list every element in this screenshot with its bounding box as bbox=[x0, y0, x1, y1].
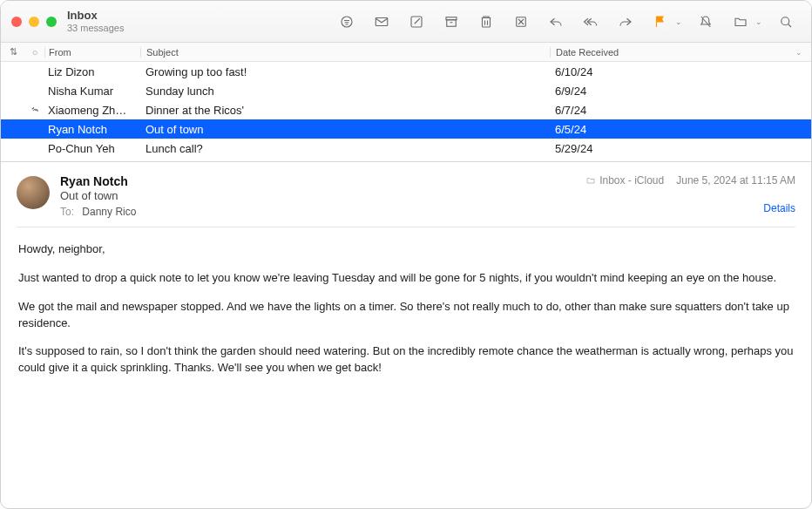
svg-line-18 bbox=[788, 24, 791, 27]
to-value: Danny Rico bbox=[82, 206, 136, 218]
sort-indicator-icon[interactable]: ⇅ bbox=[1, 46, 25, 58]
chevron-down-icon: ⌄ bbox=[795, 48, 802, 57]
search-button[interactable] bbox=[775, 10, 797, 33]
row-date: 6/5/24 bbox=[550, 123, 811, 136]
svg-line-6 bbox=[415, 18, 420, 24]
message-row[interactable]: Po-Chun YehLunch call?5/29/24 bbox=[1, 139, 811, 158]
message-timestamp: June 5, 2024 at 11:15 AM bbox=[676, 174, 795, 187]
delete-button[interactable] bbox=[475, 10, 497, 33]
message-to: To: Danny Rico bbox=[60, 206, 575, 218]
row-from: Xiaomeng Zh… bbox=[44, 104, 140, 117]
subject-column-header[interactable]: Subject bbox=[140, 47, 550, 58]
svg-rect-10 bbox=[483, 17, 491, 27]
folder-icon bbox=[585, 175, 596, 186]
row-subject: Out of town bbox=[140, 123, 550, 136]
message-row[interactable]: Ryan NotchOut of town6/5/24 bbox=[1, 119, 811, 139]
message-row[interactable]: Xiaomeng Zh…Dinner at the Ricos'6/7/24 bbox=[1, 100, 811, 119]
junk-button[interactable] bbox=[510, 10, 532, 33]
move-button[interactable] bbox=[729, 10, 752, 33]
body-paragraph: Howdy, neighbor, bbox=[18, 241, 794, 258]
row-date: 6/10/24 bbox=[550, 65, 811, 78]
zoom-window[interactable] bbox=[46, 17, 57, 27]
window-controls bbox=[11, 17, 57, 27]
body-paragraph: Just wanted to drop a quick note to let … bbox=[18, 270, 794, 287]
mute-button[interactable] bbox=[694, 10, 717, 33]
message-folder: Inbox - iCloud bbox=[599, 174, 664, 187]
message-row[interactable]: Nisha KumarSunday lunch6/9/24 bbox=[1, 81, 811, 100]
date-column-header[interactable]: Date Received ⌄ bbox=[550, 47, 811, 58]
details-link[interactable]: Details bbox=[585, 202, 795, 214]
filter-button[interactable] bbox=[335, 10, 358, 33]
from-column-header[interactable]: From bbox=[44, 47, 140, 58]
message-header: Ryan Notch Out of town To: Danny Rico In… bbox=[17, 174, 795, 227]
message-from: Ryan Notch bbox=[60, 174, 575, 188]
svg-rect-4 bbox=[376, 17, 388, 25]
row-from: Ryan Notch bbox=[44, 123, 140, 136]
move-menu-chevron-icon[interactable]: ⌄ bbox=[755, 17, 762, 26]
row-from: Po-Chun Yeh bbox=[44, 142, 140, 155]
message-preview: Ryan Notch Out of town To: Danny Rico In… bbox=[1, 162, 811, 403]
row-from: Nisha Kumar bbox=[44, 85, 140, 98]
close-window[interactable] bbox=[11, 17, 22, 27]
body-paragraph: It's supposed to rain, so I don't think … bbox=[18, 343, 794, 377]
reply-all-button[interactable] bbox=[579, 10, 602, 33]
toolbar: ⌄ ⌄ bbox=[141, 10, 801, 33]
flag-menu-chevron-icon[interactable]: ⌄ bbox=[675, 17, 682, 26]
column-headers: ⇅ ○ From Subject Date Received ⌄ bbox=[1, 43, 811, 62]
to-label: To: bbox=[60, 206, 74, 218]
message-body: Howdy, neighbor,Just wanted to drop a qu… bbox=[17, 227, 795, 403]
row-subject: Dinner at the Ricos' bbox=[140, 104, 550, 117]
row-subject: Sunday lunch bbox=[140, 85, 550, 98]
svg-point-0 bbox=[342, 17, 352, 27]
archive-button[interactable] bbox=[440, 10, 463, 33]
window-subtitle: 33 messages bbox=[67, 23, 124, 34]
date-column-label: Date Received bbox=[556, 47, 619, 58]
forward-button[interactable] bbox=[614, 10, 637, 33]
row-date: 5/29/24 bbox=[550, 142, 811, 155]
avatar bbox=[17, 176, 50, 209]
new-message-button[interactable] bbox=[370, 10, 393, 33]
flag-button[interactable] bbox=[649, 10, 672, 33]
message-list: Liz DizonGrowing up too fast!6/10/24Nish… bbox=[1, 62, 811, 161]
replied-icon bbox=[30, 104, 40, 117]
titlebar: Inbox 33 messages ⌄ ⌄ bbox=[1, 1, 811, 43]
read-status-column[interactable]: ○ bbox=[25, 47, 44, 58]
compose-button[interactable] bbox=[405, 10, 428, 33]
row-from: Liz Dizon bbox=[44, 65, 140, 78]
window-title-block: Inbox 33 messages bbox=[67, 10, 124, 34]
row-subject: Growing up too fast! bbox=[140, 65, 550, 78]
message-row[interactable]: Liz DizonGrowing up too fast!6/10/24 bbox=[1, 62, 811, 81]
minimize-window[interactable] bbox=[29, 17, 39, 27]
row-date: 6/7/24 bbox=[550, 104, 811, 117]
svg-rect-8 bbox=[447, 19, 457, 26]
window-title: Inbox bbox=[67, 10, 124, 23]
body-paragraph: We got the mail and newspaper stopped. A… bbox=[18, 299, 794, 332]
row-subject: Lunch call? bbox=[140, 142, 550, 155]
reply-button[interactable] bbox=[545, 10, 567, 33]
message-subject: Out of town bbox=[60, 189, 575, 202]
row-date: 6/9/24 bbox=[550, 85, 811, 98]
